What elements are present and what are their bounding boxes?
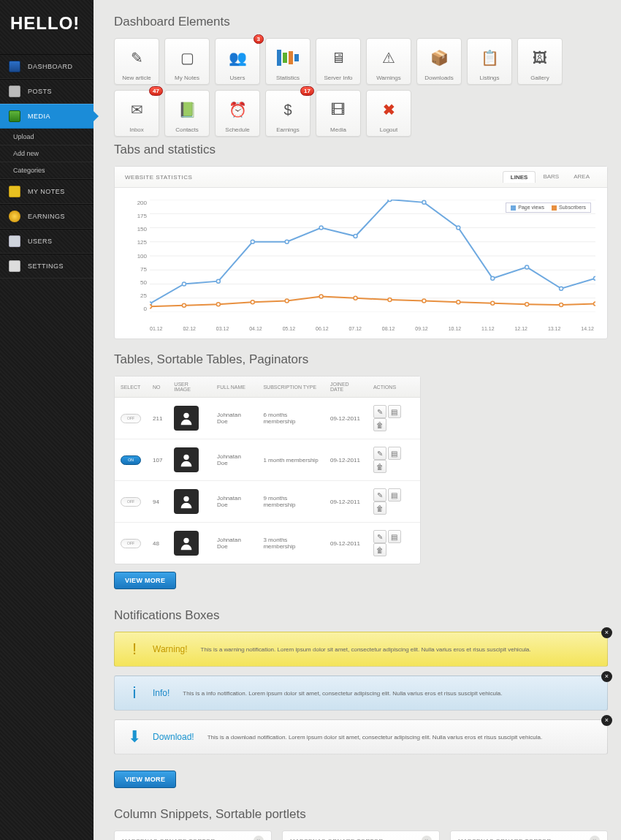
main-content: Dashboard Elements ✎New article▢My Notes… (94, 0, 621, 840)
sidebar-item-settings[interactable]: SETTINGS (0, 254, 94, 279)
delete-icon[interactable]: 🗑 (373, 543, 386, 556)
tile-label: Earnings (267, 126, 308, 133)
cell-date: 09-12-2011 (324, 523, 367, 564)
tile-users[interactable]: 3👥Users (215, 38, 260, 85)
svg-point-22 (594, 276, 596, 280)
table-row: OFF48Johnatan Doe3 months membership09-1… (115, 523, 420, 564)
svg-point-31 (422, 299, 426, 303)
svg-point-27 (285, 299, 289, 303)
tile-label: Schedule (217, 126, 258, 133)
tile-media[interactable]: 🎞Media (316, 90, 361, 137)
close-icon[interactable]: × (601, 671, 612, 682)
sidebar-item-posts[interactable]: POSTS (0, 79, 94, 104)
tile-new-article[interactable]: ✎New article (114, 38, 159, 85)
svg-point-11 (216, 279, 220, 283)
col-full-name[interactable]: FULL NAME (211, 377, 258, 398)
sidebar-item-media[interactable]: MEDIA (0, 104, 94, 129)
chart-area: Page views Subscribers 20017515012510075… (128, 200, 594, 331)
card-icon[interactable]: ▤ (388, 405, 401, 418)
delete-icon[interactable]: 🗑 (373, 418, 386, 431)
svg-point-24 (182, 303, 186, 307)
close-icon[interactable]: × (601, 715, 612, 726)
card-icon[interactable]: ▤ (388, 530, 401, 543)
stats-widget: WEBSITE STATISTICS LINESBARSAREA Page vi… (114, 166, 608, 339)
select-toggle[interactable]: OFF (121, 497, 141, 507)
tile-icon: ✖ (376, 97, 402, 123)
edit-icon[interactable]: ✎ (373, 488, 386, 502)
set-icon (9, 260, 20, 272)
avatar (174, 489, 199, 514)
edit-icon[interactable]: ✎ (373, 447, 386, 460)
sidebar-item-earnings[interactable]: EARNINGS (0, 204, 94, 229)
col-subscription-type[interactable]: SUBSCRIPTION TYPE (257, 377, 324, 398)
sidebar-sub-upload[interactable]: Upload (0, 129, 94, 145)
tile-earnings[interactable]: 17$Earnings (265, 90, 310, 137)
notif-text: This is a download notification. Lorem i… (207, 734, 542, 741)
cell-date: 09-12-2011 (324, 481, 367, 523)
close-icon[interactable]: × (601, 627, 612, 638)
notif-icon: i (125, 684, 144, 703)
card-icon[interactable]: ▤ (388, 488, 401, 502)
sidebar-item-my-notes[interactable]: MY NOTES (0, 179, 94, 204)
delete-icon[interactable]: 🗑 (373, 502, 386, 515)
col-user-image[interactable]: USER IMAGE (168, 377, 211, 398)
tile-downloads[interactable]: 📦Downloads (416, 38, 462, 85)
sidebar-item-dashboard[interactable]: DASHBOARD (0, 54, 94, 79)
close-icon[interactable]: × (422, 836, 432, 840)
delete-icon[interactable]: 🗑 (373, 460, 386, 473)
tile-icon (275, 45, 301, 71)
tile-icon: 📦 (426, 45, 452, 71)
section-title-tables: Tables, Sortable Tables, Paginators (114, 352, 608, 367)
col-joined-date[interactable]: JOINED DATE (324, 377, 367, 398)
col-actions[interactable]: ACTIONS (367, 377, 420, 398)
select-toggle[interactable]: OFF (121, 539, 141, 548)
tile-server-info[interactable]: 🖥Server Info (316, 38, 361, 85)
tile-warnings[interactable]: ⚠Warnings (366, 38, 411, 85)
notif-icon: ! (125, 640, 144, 659)
edit-icon[interactable]: ✎ (373, 405, 386, 418)
sidebar: HELLO! DASHBOARDPOSTSMEDIAUploadAdd newC… (0, 0, 94, 840)
select-toggle[interactable]: ON (121, 455, 141, 465)
tile-schedule[interactable]: ⏰Schedule (215, 90, 260, 137)
portlet: MAECENAS ORNARE TORTOR×Donec sed tellus … (114, 830, 272, 840)
sidebar-sub-add-new[interactable]: Add new (0, 145, 94, 162)
tile-inbox[interactable]: 47✉Inbox (114, 90, 159, 137)
cell-date: 09-12-2011 (324, 439, 367, 481)
svg-point-28 (319, 295, 323, 298)
avatar (174, 406, 199, 431)
svg-point-32 (457, 300, 460, 304)
tile-statistics[interactable]: Statistics (265, 38, 310, 85)
tile-icon: 📗 (174, 97, 200, 123)
svg-point-10 (182, 282, 186, 286)
tile-gallery[interactable]: 🖼Gallery (517, 38, 563, 85)
tile-label: Gallery (519, 75, 560, 81)
col-no[interactable]: NO (147, 377, 168, 398)
tile-contacts[interactable]: 📗Contacts (164, 90, 210, 137)
tile-listings[interactable]: 📋Listings (467, 38, 512, 85)
card-icon[interactable]: ▤ (388, 447, 401, 460)
view-more-button-2[interactable]: VIEW MORE (114, 771, 176, 788)
edit-icon[interactable]: ✎ (373, 530, 386, 543)
section-title-notifications: Notifications Boxes (114, 608, 608, 623)
tile-label: Warnings (368, 75, 409, 81)
chart-tab-area[interactable]: AREA (566, 171, 597, 183)
sidebar-sub-categories[interactable]: Categories (0, 162, 94, 179)
view-more-button[interactable]: VIEW MORE (114, 572, 176, 589)
svg-point-34 (525, 303, 529, 306)
close-icon[interactable]: × (590, 836, 600, 840)
cell-sub: 1 month membership (257, 439, 324, 481)
tile-icon: ⏰ (224, 97, 251, 123)
tile-logout[interactable]: ✖Logout (366, 90, 411, 137)
chart-tab-lines[interactable]: LINES (503, 171, 536, 183)
close-icon[interactable]: × (254, 836, 264, 840)
chart-tab-bars[interactable]: BARS (536, 171, 566, 183)
badge: 17 (300, 86, 314, 96)
sidebar-item-users[interactable]: USERS (0, 229, 94, 254)
tile-my-notes[interactable]: ▢My Notes (164, 38, 210, 85)
tile-icon: ▢ (174, 45, 200, 71)
col-select[interactable]: SELECT (115, 377, 147, 398)
dash-icon (9, 61, 20, 72)
table-row: OFF94Johnatan Doe9 months membership09-1… (115, 481, 420, 523)
select-toggle[interactable]: OFF (121, 414, 141, 423)
avatar (174, 447, 199, 472)
